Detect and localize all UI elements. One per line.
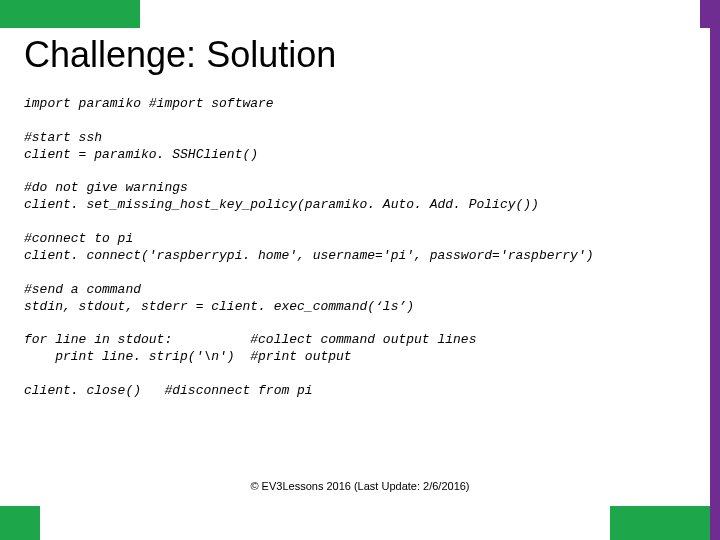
code-line: #start ssh <box>24 130 102 145</box>
decor-right <box>710 28 720 506</box>
code-block: import paramiko #import software #start … <box>24 96 694 400</box>
code-line: client. connect('raspberrypi. home', use… <box>24 248 594 263</box>
decor-top-left <box>0 0 140 28</box>
decor-bottom-right-green <box>610 506 710 540</box>
code-line: client. close() #disconnect from pi <box>24 383 313 398</box>
slide-content: Challenge: Solution import paramiko #imp… <box>24 34 694 400</box>
code-line: #send a command <box>24 282 141 297</box>
code-line: #connect to pi <box>24 231 133 246</box>
code-line: client = paramiko. SSHClient() <box>24 147 258 162</box>
decor-bottom-right-purple <box>710 506 720 540</box>
slide-title: Challenge: Solution <box>24 34 694 76</box>
decor-bottom-left <box>0 506 40 540</box>
code-line: import paramiko #import software <box>24 96 274 111</box>
footer-copyright: © EV3Lessons 2016 (Last Update: 2/6/2016… <box>0 480 720 492</box>
code-line: client. set_missing_host_key_policy(para… <box>24 197 539 212</box>
code-line: #do not give warnings <box>24 180 188 195</box>
code-line: for line in stdout: #collect command out… <box>24 332 476 347</box>
code-line: stdin, stdout, stderr = client. exec_com… <box>24 299 414 314</box>
decor-top-right <box>700 0 720 28</box>
code-line: print line. strip('\n') #print output <box>24 349 352 364</box>
